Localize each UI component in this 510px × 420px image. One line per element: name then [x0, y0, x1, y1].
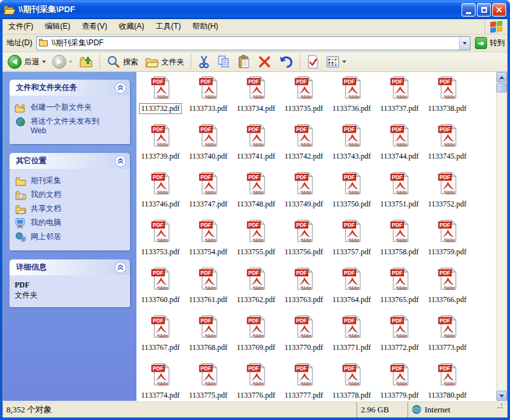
file-item[interactable]: PDFAdobe1133755.pdf [232, 218, 280, 266]
file-item[interactable]: PDFAdobe1133763.pdf [280, 266, 328, 314]
file-item[interactable]: PDFAdobe1133746.pdf [136, 170, 184, 218]
chevron-up-icon[interactable] [115, 262, 126, 273]
file-item[interactable]: PDFAdobe1133769.pdf [232, 314, 280, 361]
sidebar-item-publish-web[interactable]: 将这个文件夹发布到 Web [15, 115, 126, 138]
file-item[interactable]: PDFAdobe1133765.pdf [375, 266, 423, 314]
file-item[interactable]: PDFAdobe1133735.pdf [280, 75, 328, 122]
menu-help[interactable]: 帮助(H) [187, 19, 224, 34]
file-item[interactable]: PDFAdobe1133743.pdf [328, 122, 375, 170]
sidebar-item-network[interactable]: 网上邻居 [15, 230, 126, 244]
file-item[interactable]: PDFAdobe1133738.pdf [423, 75, 471, 122]
file-item[interactable]: PDFAdobe1133739.pdf [136, 122, 184, 170]
chevron-up-icon[interactable] [115, 156, 126, 167]
title-bar[interactable]: \\期刊采集\PDF ✕ [0, 0, 510, 19]
menu-file[interactable]: 文件(F) [3, 19, 39, 34]
file-item[interactable]: PDFAdobe1133776.pdf [232, 361, 280, 401]
file-item[interactable]: PDFAdobe1133732.pdf [136, 75, 184, 122]
file-name-label: 1133772.pdf [379, 343, 420, 352]
file-item[interactable]: PDFAdobe1133774.pdf [136, 361, 184, 401]
sidebar-item-my-documents[interactable]: 我的文档 [15, 188, 126, 202]
file-item[interactable]: PDFAdobe1133767.pdf [136, 314, 184, 361]
cut-button[interactable] [195, 54, 213, 70]
file-item[interactable]: PDFAdobe1133754.pdf [184, 218, 232, 266]
arrow-down-icon [499, 395, 504, 398]
scroll-down-button[interactable] [497, 391, 507, 401]
file-item[interactable]: PDFAdobe1133771.pdf [328, 314, 375, 361]
file-item[interactable]: PDFAdobe1133757.pdf [328, 218, 375, 266]
file-item[interactable]: PDFAdobe1133761.pdf [184, 266, 232, 314]
file-item[interactable]: PDFAdobe1133772.pdf [375, 314, 423, 361]
undo-button[interactable] [275, 54, 296, 70]
sidebar-item-shared-documents[interactable]: 共享文档 [15, 202, 126, 216]
file-item[interactable]: PDFAdobe1133742.pdf [280, 122, 328, 170]
file-item[interactable]: PDFAdobe1133753.pdf [136, 218, 184, 266]
copy-button[interactable] [214, 54, 233, 70]
file-item[interactable]: PDFAdobe1133744.pdf [375, 122, 423, 170]
sidebar-item-folder[interactable]: 期刊采集 [15, 174, 126, 188]
address-dropdown-button[interactable] [459, 37, 470, 50]
back-button[interactable]: 后退 [5, 54, 48, 70]
svg-text:Adobe: Adobe [157, 142, 168, 146]
sidebar-item-new-folder[interactable]: 创建一个新文件夹 [15, 101, 126, 115]
file-item[interactable]: PDFAdobe1133741.pdf [232, 122, 280, 170]
svg-text:PDF: PDF [248, 270, 259, 276]
menu-tools[interactable]: 工具(T) [150, 19, 186, 34]
forward-button[interactable] [50, 54, 75, 70]
sidebar-item-my-computer[interactable]: 我的电脑 [15, 216, 126, 230]
search-button[interactable]: 搜索 [104, 54, 141, 70]
file-item[interactable]: PDFAdobe1133764.pdf [328, 266, 375, 314]
file-item[interactable]: PDFAdobe1133749.pdf [280, 170, 328, 218]
file-item[interactable]: PDFAdobe1133759.pdf [423, 218, 471, 266]
maximize-button[interactable] [477, 3, 491, 17]
file-item[interactable]: PDFAdobe1133734.pdf [232, 75, 280, 122]
up-button[interactable] [76, 54, 96, 70]
file-item[interactable]: PDFAdobe1133779.pdf [375, 361, 423, 401]
file-item[interactable]: PDFAdobe1133750.pdf [328, 170, 375, 218]
scrollbar-thumb[interactable] [497, 83, 507, 92]
delete-button[interactable] [255, 54, 274, 70]
file-item[interactable]: PDFAdobe1133752.pdf [423, 170, 471, 218]
file-item[interactable]: PDFAdobe1133756.pdf [280, 218, 328, 266]
file-item[interactable]: PDFAdobe1133778.pdf [328, 361, 375, 401]
file-item[interactable]: PDFAdobe1133733.pdf [184, 75, 232, 122]
file-item[interactable]: PDFAdobe1133768.pdf [184, 314, 232, 361]
menu-view[interactable]: 查看(V) [76, 19, 113, 34]
file-item[interactable]: PDFAdobe1133775.pdf [184, 361, 232, 401]
file-item[interactable]: PDFAdobe1133780.pdf [423, 361, 471, 401]
file-item[interactable]: PDFAdobe1133758.pdf [375, 218, 423, 266]
file-item[interactable]: PDFAdobe1133777.pdf [280, 361, 328, 401]
svg-text:Adobe: Adobe [348, 190, 360, 194]
menu-favorites[interactable]: 收藏(A) [113, 19, 150, 34]
go-control[interactable]: ➔ 转到 [475, 37, 505, 49]
file-item[interactable]: PDFAdobe1133760.pdf [136, 266, 184, 314]
menu-bar: 文件(F)编辑(E)查看(V)收藏(A)工具(T)帮助(H) [3, 19, 507, 34]
sync-check-button[interactable] [304, 54, 322, 70]
file-item[interactable]: PDFAdobe1133762.pdf [232, 266, 280, 314]
folders-button[interactable]: 文件夹 [142, 54, 187, 70]
file-item[interactable]: PDFAdobe1133745.pdf [423, 122, 471, 170]
vertical-scrollbar[interactable] [496, 72, 507, 401]
close-button[interactable]: ✕ [492, 3, 506, 17]
scrollbar-track[interactable] [497, 93, 507, 391]
file-item[interactable]: PDFAdobe1133770.pdf [280, 314, 328, 361]
file-item[interactable]: PDFAdobe1133748.pdf [232, 170, 280, 218]
svg-text:PDF: PDF [296, 365, 307, 372]
chevron-up-icon[interactable] [115, 82, 126, 94]
panel-header[interactable]: 详细信息 [10, 259, 130, 275]
scroll-up-button[interactable] [497, 72, 507, 82]
file-item[interactable]: PDFAdobe1133736.pdf [328, 75, 375, 122]
menu-edit[interactable]: 编辑(E) [39, 19, 76, 34]
file-item[interactable]: PDFAdobe1133747.pdf [184, 170, 232, 218]
paste-button[interactable] [235, 54, 254, 70]
file-item[interactable]: PDFAdobe1133737.pdf [375, 75, 423, 122]
file-item[interactable]: PDFAdobe1133751.pdf [375, 170, 423, 218]
panel-header[interactable]: 其它位置 [10, 153, 130, 169]
file-item[interactable]: PDFAdobe1133773.pdf [423, 314, 471, 361]
file-item[interactable]: PDFAdobe1133766.pdf [423, 266, 471, 314]
address-input[interactable]: \\期刊采集\PDF [36, 36, 470, 50]
file-name-label: 1133771.pdf [331, 343, 372, 352]
views-button[interactable] [323, 54, 349, 70]
panel-header[interactable]: 文件和文件夹任务 [10, 80, 130, 96]
minimize-button[interactable] [462, 3, 476, 17]
file-item[interactable]: PDFAdobe1133740.pdf [184, 122, 232, 170]
